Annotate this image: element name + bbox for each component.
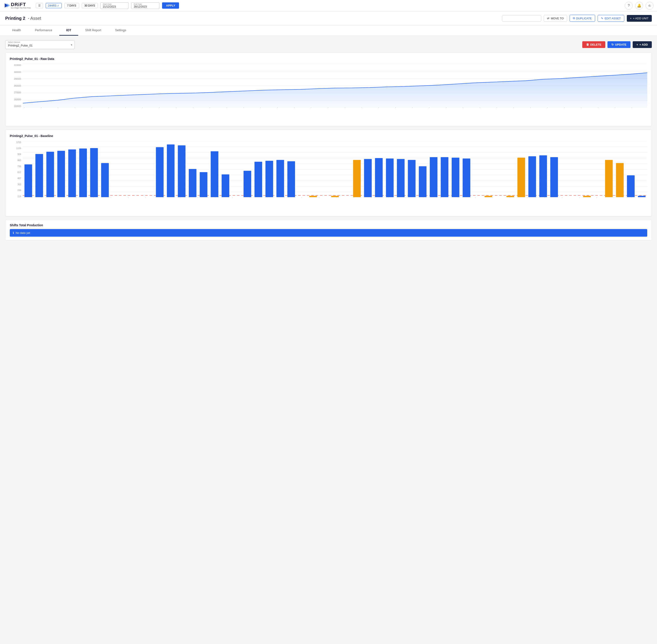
svg-rect-54 — [506, 196, 514, 197]
30days-button[interactable]: 30 DAYS — [82, 3, 98, 8]
24hrs-label: 24HRS ✓ — [48, 4, 59, 7]
delete-button[interactable]: 🗑 DELETE — [582, 41, 605, 48]
raw-chart-y-axis: 310000 300000 290000 280000 270000 26000… — [10, 64, 23, 108]
svg-rect-47 — [408, 160, 415, 197]
svg-rect-59 — [583, 196, 591, 197]
end-date-value: 28/12/2023 — [134, 5, 157, 8]
move-icon: ⇄ — [547, 17, 549, 20]
baseline-chart-title: Printing2_Pulse_01 - Baseline — [10, 134, 647, 138]
apply-button[interactable]: APPLY — [162, 2, 179, 9]
help-button[interactable]: ? — [625, 2, 633, 9]
svg-rect-38 — [276, 160, 284, 197]
logo-sub-text: Do It Right The First Time — [11, 7, 31, 9]
sensor-select-label: Select Sensor — [8, 41, 20, 43]
logo: DRiFT Do It Right The First Time — [3, 2, 31, 9]
svg-rect-31 — [189, 169, 196, 197]
svg-rect-45 — [386, 159, 393, 197]
baseline-chart-x-labels: 12/21/2023, 3:02:33 AM12/21/2023, 3:16:5… — [23, 198, 647, 212]
logo-icon — [3, 2, 9, 8]
end-date-label: End Date — [134, 3, 157, 5]
baseline-chart-card: Printing2_Pulse_01 - Baseline 1233 1109 … — [5, 130, 652, 216]
svg-rect-27 — [101, 163, 109, 197]
svg-rect-51 — [452, 158, 459, 197]
end-date-field[interactable]: End Date 28/12/2023 — [131, 2, 159, 9]
logout-icon: ⎋ — [649, 4, 651, 7]
start-date-value: 21/12/2023 — [103, 5, 126, 8]
svg-rect-60 — [605, 160, 613, 197]
no-data-text: No data yet — [16, 231, 30, 234]
raw-chart-area — [23, 64, 647, 108]
chevron-down-icon: ▾ — [71, 43, 72, 46]
svg-rect-34 — [222, 174, 229, 197]
sensor-select[interactable]: Select Sensor Printing2_Pulse_01 ▾ — [5, 40, 75, 49]
search-input[interactable] — [502, 15, 541, 22]
baseline-chart-y-axis: 1233 1109 984 860 736 612 487 363 239 11… — [10, 141, 23, 198]
raw-data-chart-card: Printing2_Pulse_01 - Raw Data 310000 300… — [5, 52, 652, 126]
30days-label: 30 DAYS — [85, 4, 95, 7]
svg-rect-30 — [178, 145, 185, 197]
svg-rect-43 — [364, 159, 372, 197]
tab-settings[interactable]: Settings — [108, 25, 133, 36]
tab-iot[interactable]: IOT — [59, 25, 78, 36]
svg-rect-20 — [25, 164, 32, 197]
tab-performance[interactable]: Performance — [28, 25, 59, 36]
add-button[interactable]: + + ADD — [633, 41, 652, 48]
raw-chart-x-labels: 12/21/2023, 3:02:32 AM12/21/2023, 3:16:3… — [23, 108, 647, 121]
svg-rect-29 — [167, 144, 174, 197]
svg-rect-46 — [397, 159, 404, 197]
svg-rect-42 — [353, 160, 360, 197]
info-icon: ℹ — [13, 231, 14, 234]
svg-rect-57 — [539, 155, 547, 197]
svg-rect-23 — [57, 151, 65, 197]
svg-marker-1 — [6, 3, 9, 8]
logout-button[interactable]: ⎋ — [646, 2, 654, 9]
svg-rect-49 — [430, 157, 437, 197]
sensor-row: Select Sensor Printing2_Pulse_01 ▾ 🗑 DEL… — [5, 40, 652, 49]
edit-asset-button[interactable]: ✎ EDIT ASSET — [598, 15, 624, 22]
update-button[interactable]: ↻ UPDATE — [608, 41, 630, 48]
raw-chart-title: Printing2_Pulse_01 - Raw Data — [10, 57, 647, 61]
svg-rect-40 — [309, 196, 317, 197]
start-date-field[interactable]: Start Date 21/12/2023 — [101, 2, 129, 9]
top-navigation: DRiFT Do It Right The First Time ☰ 24HRS… — [0, 0, 657, 11]
svg-rect-55 — [518, 158, 525, 197]
page-header: Printing 2 - Asset ⇄ MOVE TO ⧉ DUPLICATE… — [0, 11, 657, 25]
24hrs-button[interactable]: 24HRS ✓ — [46, 3, 62, 8]
svg-rect-36 — [255, 162, 262, 197]
svg-rect-61 — [616, 163, 623, 197]
svg-rect-32 — [200, 172, 207, 197]
add-unit-button[interactable]: + + ADD UNIT — [627, 15, 652, 22]
svg-rect-21 — [36, 154, 43, 197]
svg-rect-26 — [90, 148, 98, 197]
start-date-label: Start Date — [103, 3, 126, 5]
baseline-chart-area — [23, 141, 647, 198]
notifications-button[interactable]: 🔔 — [635, 2, 643, 9]
svg-rect-56 — [528, 156, 536, 197]
7days-button[interactable]: 7 DAYS — [64, 3, 79, 8]
svg-rect-52 — [463, 159, 470, 197]
svg-rect-58 — [550, 157, 558, 197]
svg-rect-48 — [419, 166, 426, 197]
duplicate-button[interactable]: ⧉ DUPLICATE — [570, 15, 595, 22]
shifts-title: Shifts Total Production — [10, 224, 647, 227]
svg-rect-53 — [484, 196, 492, 197]
menu-button[interactable]: ☰ — [36, 3, 43, 8]
svg-rect-62 — [627, 176, 635, 197]
svg-rect-28 — [156, 147, 163, 197]
add-unit-icon: + — [630, 17, 632, 20]
svg-rect-33 — [211, 151, 218, 197]
logo-text-area: DRiFT Do It Right The First Time — [11, 2, 31, 9]
tab-shift-report[interactable]: Shift Report — [78, 25, 108, 36]
duplicate-icon: ⧉ — [573, 17, 575, 20]
move-to-button[interactable]: ⇄ MOVE TO — [544, 15, 567, 22]
add-icon: + — [637, 43, 638, 46]
tabs-bar: Health Performance IOT Shift Report Sett… — [0, 25, 657, 36]
page-subtitle: - Asset — [28, 16, 41, 21]
trash-icon: 🗑 — [586, 43, 589, 46]
svg-rect-25 — [79, 148, 87, 197]
menu-icon: ☰ — [38, 4, 41, 7]
shifts-card: Shifts Total Production ℹ No data yet — [5, 220, 652, 240]
tab-health[interactable]: Health — [5, 25, 28, 36]
svg-rect-35 — [244, 171, 251, 197]
7days-label: 7 DAYS — [67, 4, 76, 7]
